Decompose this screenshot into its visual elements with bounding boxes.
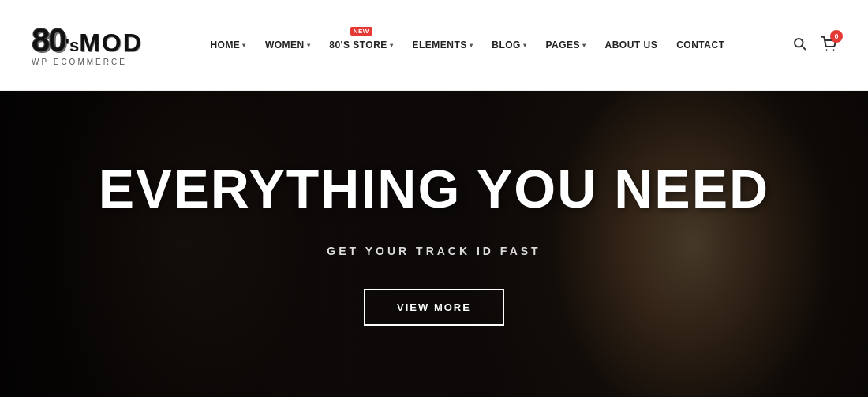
svg-point-2 (826, 49, 828, 51)
logo-apostrophe-s: 's (65, 37, 79, 54)
hero-content: EVERYTHING YOU NEED GET YOUR TRACK ID FA… (83, 146, 785, 342)
hero-title: EVERYTHING YOU NEED (99, 162, 769, 215)
chevron-down-icon: ▾ (523, 42, 527, 49)
logo[interactable]: 80 's MOD WP ECOMMERCE (32, 24, 143, 66)
hero-section: EVERYTHING YOU NEED GET YOUR TRACK ID FA… (0, 91, 868, 397)
nav-label-about: ABOUT US (605, 39, 658, 51)
cart-badge: 0 (830, 30, 843, 43)
nav-item-contact[interactable]: CONTACT (668, 33, 732, 57)
view-more-button[interactable]: VIEW MORE (364, 289, 504, 326)
new-badge: NEW (350, 27, 372, 36)
nav-label-women: WOMEN (265, 39, 305, 51)
nav-item-pages[interactable]: PAGES ▾ (537, 33, 593, 57)
header: 80 's MOD WP ECOMMERCE HOME ▾ WOMEN ▾ NE… (0, 0, 868, 91)
main-nav: HOME ▾ WOMEN ▾ NEW 80'S STORE ▾ ELEMENTS… (143, 33, 792, 57)
hero-subtitle: GET YOUR TRACK ID FAST (99, 245, 769, 257)
nav-label-blog: BLOG (492, 39, 521, 51)
chevron-down-icon: ▾ (470, 42, 473, 49)
nav-item-store[interactable]: NEW 80'S STORE ▾ (321, 33, 401, 57)
svg-point-3 (833, 49, 835, 51)
logo-number: 80 (32, 24, 65, 57)
nav-label-home: HOME (210, 39, 240, 51)
nav-label-contact: CONTACT (676, 39, 724, 51)
nav-item-about[interactable]: ABOUT US (597, 33, 666, 57)
logo-sub: WP ECOMMERCE (32, 58, 127, 66)
chevron-down-icon: ▾ (390, 42, 394, 49)
nav-label-elements: ELEMENTS (412, 39, 466, 51)
chevron-down-icon: ▾ (582, 42, 586, 49)
nav-label-store: 80'S STORE (329, 39, 387, 51)
nav-item-home[interactable]: HOME ▾ (202, 33, 254, 57)
nav-item-blog[interactable]: BLOG ▾ (484, 33, 534, 57)
header-icons: 0 (792, 36, 836, 54)
nav-item-women[interactable]: WOMEN ▾ (257, 33, 318, 57)
hero-divider (300, 230, 568, 230)
search-button[interactable] (792, 36, 806, 54)
chevron-down-icon: ▾ (307, 42, 311, 49)
nav-label-pages: PAGES (545, 39, 580, 51)
chevron-down-icon: ▾ (242, 42, 246, 49)
cart-button[interactable]: 0 (821, 36, 836, 54)
svg-line-1 (802, 46, 805, 49)
nav-item-elements[interactable]: ELEMENTS ▾ (404, 33, 481, 57)
logo-mod: MOD (79, 30, 143, 55)
